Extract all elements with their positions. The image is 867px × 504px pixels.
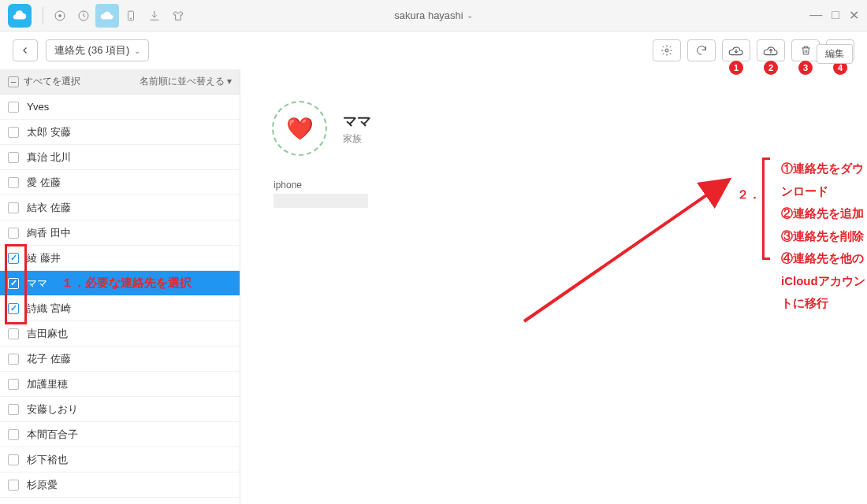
annotation-legend-line: ②連絡先を追加 <box>781 202 867 225</box>
contact-checkbox[interactable] <box>8 429 19 440</box>
contact-checkbox[interactable] <box>8 480 19 491</box>
contact-row[interactable]: 加護里穂 <box>0 372 240 397</box>
contact-detail-pane: ❤️ ママ 家族 iphone ２． ①連絡先をダウンロード②連絡先を追加③連絡… <box>240 69 867 504</box>
indeterminate-checkbox-icon: – <box>8 76 19 87</box>
svg-point-1 <box>59 14 61 17</box>
chevron-down-icon: ⌄ <box>467 11 473 20</box>
contact-row-name: 吉田麻也 <box>27 327 68 341</box>
annotation-arrow <box>500 148 753 337</box>
contact-row[interactable]: 詩織 宮崎 <box>0 296 240 321</box>
account-dropdown[interactable]: sakura hayashi ⌄ <box>394 9 472 21</box>
sort-label: 名前順に並べ替える <box>140 76 225 87</box>
contact-row-name: ママ <box>27 276 47 291</box>
contact-row-name: 本間百合子 <box>27 428 78 442</box>
contact-checkbox[interactable] <box>8 102 19 113</box>
maximize-button[interactable]: □ <box>832 8 839 23</box>
contact-row-name: 加護里穂 <box>27 377 68 391</box>
annotation-step2-label: ２． <box>737 187 761 202</box>
window-controls: — □ ✕ <box>809 8 859 23</box>
download-icon[interactable] <box>143 4 166 28</box>
clock-icon[interactable] <box>72 4 95 28</box>
contact-row-name: 杉原愛 <box>27 478 58 492</box>
select-all-label: すべてを選択 <box>24 75 80 88</box>
sort-arrow-icon: ▾ <box>227 76 232 87</box>
contact-row-name: 太郎 安藤 <box>27 125 71 139</box>
contact-row[interactable]: Yves <box>0 94 240 120</box>
settings-button[interactable] <box>653 39 681 61</box>
contact-checkbox[interactable] <box>8 404 19 415</box>
contact-row-name: 杉下裕也 <box>27 453 68 467</box>
cloud-icon[interactable] <box>95 4 119 28</box>
contact-row-name: 花子 佐藤 <box>27 352 71 366</box>
contact-row[interactable]: 綾 藤井 <box>0 246 240 271</box>
contact-checkbox[interactable] <box>8 177 19 188</box>
phone-icon[interactable] <box>119 4 143 28</box>
title-bar: sakura hayashi ⌄ — □ ✕ <box>0 0 867 32</box>
contact-row-name: 愛 佐藤 <box>27 176 61 190</box>
contact-row-name: 真治 北川 <box>27 150 71 165</box>
phone-field-value-redacted <box>273 194 368 208</box>
sort-dropdown[interactable]: 名前順に並べ替える ▾ <box>140 75 232 88</box>
contact-row[interactable]: 愛 佐藤 <box>0 170 240 195</box>
svg-line-6 <box>524 180 729 321</box>
breadcrumb-label: 連絡先 (36 項目) <box>54 43 129 57</box>
shirt-icon[interactable] <box>166 4 190 28</box>
contact-rows-container: Yves太郎 安藤真治 北川愛 佐藤結衣 佐藤絢香 田中綾 藤井ママ詩織 宮崎吉… <box>0 94 240 498</box>
contact-row-name: 綾 藤井 <box>27 251 61 265</box>
annotation-legend-line: ④連絡先を他のiCloudアカウントに移行 <box>781 247 867 315</box>
contact-row-name: 絢香 田中 <box>27 226 71 240</box>
breadcrumb-dropdown[interactable]: 連絡先 (36 項目) ⌄ <box>46 39 149 61</box>
select-all-toggle[interactable]: – すべてを選択 <box>8 75 80 88</box>
annotation-legend-line: ③連絡先を削除 <box>781 225 867 248</box>
contact-row[interactable]: 本間百合子 <box>0 422 240 447</box>
annotation-legend: ①連絡先をダウンロード②連絡先を追加③連絡先を削除④連絡先を他のiCloudアカ… <box>781 158 867 315</box>
contact-checkbox[interactable] <box>8 202 19 213</box>
annotation-step1-label: １．必要な連絡先を選択 <box>61 276 192 291</box>
cloud-upload-button[interactable]: 2 <box>757 39 785 61</box>
contact-row-name: 結衣 佐藤 <box>27 201 71 215</box>
app-logo-icon <box>8 4 32 28</box>
close-button[interactable]: ✕ <box>849 8 859 23</box>
contact-checkbox[interactable] <box>8 328 19 339</box>
list-header: – すべてを選択 名前順に並べ替える ▾ <box>0 69 240 94</box>
contact-checkbox[interactable] <box>8 354 19 365</box>
contact-checkbox[interactable] <box>8 228 19 239</box>
svg-point-5 <box>665 49 668 52</box>
divider <box>43 7 43 24</box>
music-icon[interactable] <box>48 4 72 28</box>
contact-row-name: 詩織 宮崎 <box>27 302 71 316</box>
contact-checkbox[interactable] <box>8 454 19 465</box>
contact-row-name: 安藤しおり <box>27 402 78 417</box>
toolbar: 連絡先 (36 項目) ⌄ 1 2 3 4 <box>0 32 867 69</box>
delete-button[interactable]: 3 <box>791 39 820 61</box>
contact-row[interactable]: 花子 佐藤 <box>0 346 240 372</box>
back-button[interactable] <box>13 39 38 61</box>
minimize-button[interactable]: — <box>809 8 822 23</box>
contact-row[interactable]: 結衣 佐藤 <box>0 195 240 220</box>
contact-row-name: Yves <box>27 101 49 113</box>
contact-row[interactable]: 吉田麻也 <box>0 321 240 346</box>
contact-checkbox[interactable] <box>8 253 19 264</box>
svg-point-4 <box>130 17 131 18</box>
contact-checkbox[interactable] <box>8 379 19 390</box>
edit-tooltip: 編集 <box>817 44 853 64</box>
chevron-down-icon: ⌄ <box>134 46 140 55</box>
contact-row[interactable]: 安藤しおり <box>0 397 240 422</box>
contact-row[interactable]: 真治 北川 <box>0 145 240 170</box>
contact-checkbox[interactable] <box>8 278 19 289</box>
contact-name: ママ <box>343 112 371 131</box>
annotation-legend-line: ①連絡先をダウンロード <box>781 158 867 202</box>
contact-row[interactable]: 杉下裕也 <box>0 447 240 472</box>
contact-row[interactable]: 杉原愛 <box>0 472 240 498</box>
contact-row[interactable]: 太郎 安藤 <box>0 120 240 145</box>
contact-checkbox[interactable] <box>8 152 19 163</box>
contact-row[interactable]: 絢香 田中 <box>0 220 240 246</box>
cloud-download-button[interactable]: 1 <box>722 39 750 61</box>
contact-checkbox[interactable] <box>8 127 19 138</box>
contact-checkbox[interactable] <box>8 303 19 314</box>
contact-avatar: ❤️ <box>272 101 327 156</box>
account-name: sakura hayashi <box>394 9 463 21</box>
contact-group: 家族 <box>343 132 371 146</box>
refresh-button[interactable] <box>687 39 716 61</box>
annotation-bracket <box>762 158 773 260</box>
